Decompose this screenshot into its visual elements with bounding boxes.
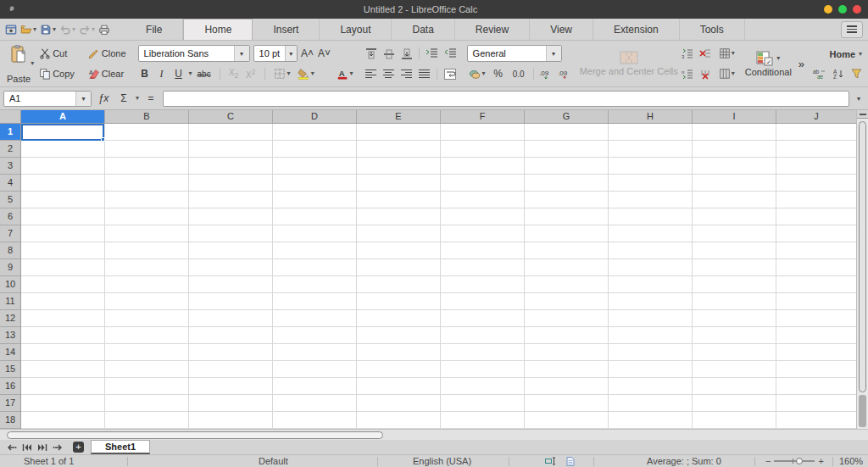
sum-average-status[interactable]: Average: ; Sum: 0 xyxy=(647,456,721,466)
next-sheet-button[interactable] xyxy=(37,443,47,452)
justify-button[interactable] xyxy=(419,69,430,79)
cell-J6[interactable] xyxy=(776,208,856,225)
wrap-text-icon[interactable] xyxy=(444,69,456,80)
row-header-15[interactable]: 15 xyxy=(0,361,21,378)
cell-B16[interactable] xyxy=(105,378,189,395)
print-button[interactable] xyxy=(98,24,110,36)
add-sheet-button[interactable]: + xyxy=(73,442,84,453)
align-left-button[interactable] xyxy=(365,69,376,79)
percent-format-button[interactable]: % xyxy=(492,68,504,80)
zoom-level-value[interactable]: 160% xyxy=(839,456,863,466)
cell-D2[interactable] xyxy=(273,141,357,158)
cell-H2[interactable] xyxy=(609,141,693,158)
cell-H3[interactable] xyxy=(609,158,693,175)
cell-E17[interactable] xyxy=(357,395,441,412)
row-header-3[interactable]: 3 xyxy=(0,158,21,175)
font-size-combobox[interactable]: 10 pt ▾ xyxy=(253,45,298,62)
cell-F10[interactable] xyxy=(441,276,525,293)
cell-D8[interactable] xyxy=(273,242,357,259)
zoom-slider[interactable]: − + xyxy=(765,456,826,466)
cell-C13[interactable] xyxy=(189,327,273,344)
column-header-G[interactable]: G xyxy=(525,110,609,123)
column-header-A[interactable]: A xyxy=(21,110,105,123)
zoom-out-button[interactable]: − xyxy=(765,456,771,466)
paste-button[interactable]: Paste xyxy=(7,43,31,84)
cell-D10[interactable] xyxy=(273,276,357,293)
delete-columns-icon[interactable] xyxy=(699,69,711,80)
cell-C18[interactable] xyxy=(189,412,273,429)
cell-I15[interactable] xyxy=(693,361,776,378)
cell-G9[interactable] xyxy=(525,259,609,276)
cell-H4[interactable] xyxy=(609,175,693,192)
cell-A9[interactable] xyxy=(21,259,105,276)
cell-E5[interactable] xyxy=(357,192,441,208)
tab-insert[interactable]: Insert xyxy=(253,19,320,40)
insert-row-above-icon[interactable]: 3 xyxy=(682,48,693,59)
cell-C7[interactable] xyxy=(189,225,273,242)
cell-I11[interactable] xyxy=(693,293,776,310)
cell-I13[interactable] xyxy=(693,327,776,344)
strikethrough-button[interactable]: abc xyxy=(196,69,213,79)
align-top-icon[interactable] xyxy=(365,48,377,59)
cell-B4[interactable] xyxy=(105,175,189,192)
column-operations-dropdown-arrow[interactable]: ▾ xyxy=(732,70,735,77)
sum-button[interactable]: Σ xyxy=(115,92,132,104)
context-menu-dropdown-arrow[interactable]: ▾ xyxy=(859,51,862,58)
cell-G2[interactable] xyxy=(525,141,609,158)
cell-D9[interactable] xyxy=(273,259,357,276)
column-header-F[interactable]: F xyxy=(441,110,525,123)
document-modified-icon[interactable] xyxy=(566,457,575,467)
cell-E13[interactable] xyxy=(357,327,441,344)
cell-J4[interactable] xyxy=(776,175,856,192)
formula-button[interactable]: = xyxy=(142,92,159,104)
cell-J13[interactable] xyxy=(776,327,856,344)
cell-F9[interactable] xyxy=(441,259,525,276)
cell-D16[interactable] xyxy=(273,378,357,395)
cell-H6[interactable] xyxy=(609,208,693,225)
minimize-button[interactable] xyxy=(824,5,832,14)
row-header-6[interactable]: 6 xyxy=(0,208,21,225)
font-color-dropdown-arrow[interactable]: ▾ xyxy=(350,70,353,77)
row-header-10[interactable]: 10 xyxy=(0,276,21,293)
underline-dropdown-arrow[interactable]: ▾ xyxy=(189,70,192,77)
cell-A16[interactable] xyxy=(21,378,105,395)
cell-C5[interactable] xyxy=(189,192,273,208)
cell-G5[interactable] xyxy=(525,192,609,208)
cell-G3[interactable] xyxy=(525,158,609,175)
tab-data[interactable]: Data xyxy=(392,19,454,40)
cell-B6[interactable] xyxy=(105,208,189,225)
cell-I4[interactable] xyxy=(693,175,776,192)
redo-button[interactable]: ▾ xyxy=(79,24,95,36)
cell-G14[interactable] xyxy=(525,344,609,361)
cell-C8[interactable] xyxy=(189,242,273,259)
sheet-count-status[interactable]: Sheet 1 of 1 xyxy=(24,456,74,466)
cell-I14[interactable] xyxy=(693,344,776,361)
cell-H14[interactable] xyxy=(609,344,693,361)
cell-C14[interactable] xyxy=(189,344,273,361)
cell-E1[interactable] xyxy=(357,124,441,141)
cell-C3[interactable] xyxy=(189,158,273,175)
cell-G13[interactable] xyxy=(525,327,609,344)
cell-J10[interactable] xyxy=(776,276,856,293)
cell-G10[interactable] xyxy=(525,276,609,293)
cell-I12[interactable] xyxy=(693,310,776,327)
cell-H15[interactable] xyxy=(609,361,693,378)
previous-sheet-button[interactable] xyxy=(22,443,32,452)
cell-I10[interactable] xyxy=(693,276,776,293)
cell-E18[interactable] xyxy=(357,412,441,429)
cell-E6[interactable] xyxy=(357,208,441,225)
underline-button[interactable]: U xyxy=(172,68,186,80)
tab-layout[interactable]: Layout xyxy=(320,19,392,40)
paste-dropdown-arrow[interactable]: ▾ xyxy=(31,60,34,67)
cell-B3[interactable] xyxy=(105,158,189,175)
maximize-button[interactable] xyxy=(838,5,847,14)
cell-I17[interactable] xyxy=(693,395,776,412)
insert-columns-button[interactable]: ▾ xyxy=(717,47,737,60)
cell-F11[interactable] xyxy=(441,293,525,310)
cell-E11[interactable] xyxy=(357,293,441,310)
cell-H13[interactable] xyxy=(609,327,693,344)
borders-dropdown-arrow[interactable]: ▾ xyxy=(287,70,291,77)
number-format-decimal-button[interactable]: 0.0 xyxy=(509,69,528,79)
cell-C17[interactable] xyxy=(189,395,273,412)
cell-C12[interactable] xyxy=(189,310,273,327)
